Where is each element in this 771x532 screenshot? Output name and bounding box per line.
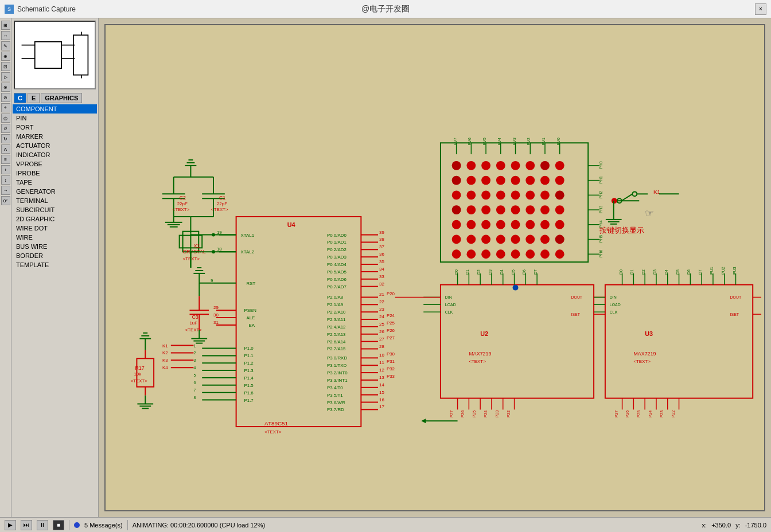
pause-button[interactable]: ⏸ [37,520,48,530]
step-button[interactable]: ⏭ [21,520,32,530]
list-item-actuator[interactable]: ACTUATOR [13,141,97,150]
stop-button[interactable]: ■ [53,520,64,530]
svg-text:D1: D1 [630,269,634,275]
svg-text:17: 17 [379,404,384,409]
svg-text:P32: P32 [387,366,395,371]
list-item-terminal[interactable]: TERMINAL [13,196,97,205]
svg-point-224 [540,176,550,185]
svg-text:P1.4: P1.4 [244,375,254,381]
list-item-generator[interactable]: GENERATOR [13,187,97,196]
list-item-border[interactable]: BORDER [13,251,97,260]
list-item-buswire[interactable]: BUS WIRE [13,242,97,251]
list-item-port[interactable]: PORT [13,123,97,132]
svg-point-242 [452,220,461,229]
list-item-vprobe[interactable]: VPROBE [13,159,97,169]
svg-text:4: 4 [193,366,196,370]
tab-e[interactable]: E [28,93,40,103]
toolbar-icon-16[interactable]: ↕ [1,175,10,185]
toolbar-icon-15[interactable]: + [1,165,10,174]
svg-point-270 [452,205,461,214]
svg-text:PH5: PH5 [599,235,603,243]
svg-text:U4: U4 [287,221,295,228]
svg-text:P0.1/AD1: P0.1/AD1 [327,240,346,245]
svg-text:24: 24 [379,314,384,319]
svg-point-228 [481,190,490,200]
list-item-wiredot[interactable]: WIRE DOT [13,224,97,233]
list-item-wire[interactable]: WIRE [13,233,97,242]
toolbar-icon-1[interactable]: ⊞ [1,21,10,30]
toolbar-icon-2[interactable]: ↔ [1,31,10,40]
svg-point-236 [481,205,490,214]
list-item-indicator[interactable]: INDICATOR [13,150,97,159]
toolbar-icon-11[interactable]: ↺ [1,124,10,133]
toolbar-icon-4[interactable]: ⊕ [1,52,10,61]
svg-text:CLK: CLK [445,310,453,314]
svg-text:P0.7/AD7: P0.7/AD7 [327,284,346,290]
toolbar-icon-9[interactable]: ⌖ [1,103,10,112]
list-item-2dgraphic[interactable]: 2D GRAPHIC [13,214,97,224]
toolbar-icon-7[interactable]: ⊗ [1,83,10,92]
svg-text:DOUT: DOUT [730,295,742,299]
svg-text:14: 14 [379,382,384,388]
svg-text:D0: D0 [619,269,623,275]
svg-text:X1: X1 [193,243,200,249]
svg-text:U2: U2 [480,330,488,337]
svg-text:P0.2/AD2: P0.2/AD2 [327,247,346,252]
svg-text:22pF: 22pF [177,201,188,206]
list-item-pin[interactable]: PIN [13,114,97,123]
play-button[interactable]: ▶ [5,520,16,530]
toolbar-icon-18[interactable]: 0° [1,196,10,205]
separator-1 [69,520,69,530]
svg-text:P27: P27 [614,410,618,417]
canvas-area[interactable]: C2 22pF <TEXT> C1 22pF <TEXT> X1 CRYSTAL… [99,18,771,517]
svg-text:ALE: ALE [246,315,255,320]
schematic-canvas[interactable]: C2 22pF <TEXT> C1 22pF <TEXT> X1 CRYSTAL… [104,24,765,511]
list-item-iprobe[interactable]: IPROBE [13,169,97,178]
toolbar-icon-17[interactable]: → [1,186,10,195]
svg-text:K1: K1 [162,343,168,349]
toolbar-icon-14[interactable]: ≡ [1,155,10,164]
svg-point-254 [511,235,520,244]
svg-text:33: 33 [379,274,384,279]
x-label: x: [702,522,707,529]
svg-text:P0.6/AD6: P0.6/AD6 [327,277,346,282]
svg-text:2: 2 [193,351,196,355]
svg-text:P3.7/RD: P3.7/RD [327,407,344,412]
svg-text:P2.7/A15: P2.7/A15 [327,346,346,351]
left-toolbar: ⊞ ↔ ✎ ⊕ ⊡ ▷ ⊗ ⊘ ⌖ ◎ ↺ ↻ A ≡ + ↕ → 0° [0,18,11,517]
main-layout: ⊞ ↔ ✎ ⊕ ⊡ ▷ ⊗ ⊘ ⌖ ◎ ↺ ↻ A ≡ + ↕ → 0° [0,18,771,517]
list-item-tape[interactable]: TAPE [13,178,97,187]
separator-2 [127,520,128,530]
svg-text:PSEN: PSEN [244,308,256,313]
toolbar-icon-5[interactable]: ⊡ [1,62,10,71]
svg-text:D1: D1 [465,269,469,275]
svg-text:D2: D2 [477,269,481,275]
list-item-component[interactable]: COMPONENT [13,104,97,114]
svg-text:10k: 10k [134,371,141,377]
tab-graphics[interactable]: GRAPHICS [41,93,82,103]
toolbar-icon-6[interactable]: ▷ [1,72,10,81]
svg-point-239 [525,205,535,214]
svg-rect-8 [106,29,764,506]
svg-text:P24: P24 [484,410,488,417]
svg-point-252 [481,235,490,244]
svg-text:P24: P24 [648,410,652,417]
list-item-subcircuit[interactable]: SUBCIRCUIT [13,205,97,214]
svg-point-211 [466,161,476,170]
toolbar-icon-13[interactable]: A [1,144,10,154]
list-item-marker[interactable]: MARKER [13,132,97,141]
svg-text:P24: P24 [387,313,395,318]
toolbar-icon-8[interactable]: ⊘ [1,93,10,102]
svg-point-267 [540,161,550,170]
toolbar-icon-10[interactable]: ◎ [1,114,10,123]
svg-point-246 [511,220,520,229]
svg-text:EA: EA [248,323,255,328]
list-item-template[interactable]: TEMPLATE [13,260,97,269]
svg-text:P30: P30 [387,351,395,357]
close-button[interactable]: × [755,3,766,15]
svg-point-213 [496,161,505,170]
svg-text:D6: D6 [522,269,526,275]
toolbar-icon-12[interactable]: ↻ [1,134,10,143]
tab-c[interactable]: C [14,93,26,103]
toolbar-icon-3[interactable]: ✎ [1,41,10,50]
